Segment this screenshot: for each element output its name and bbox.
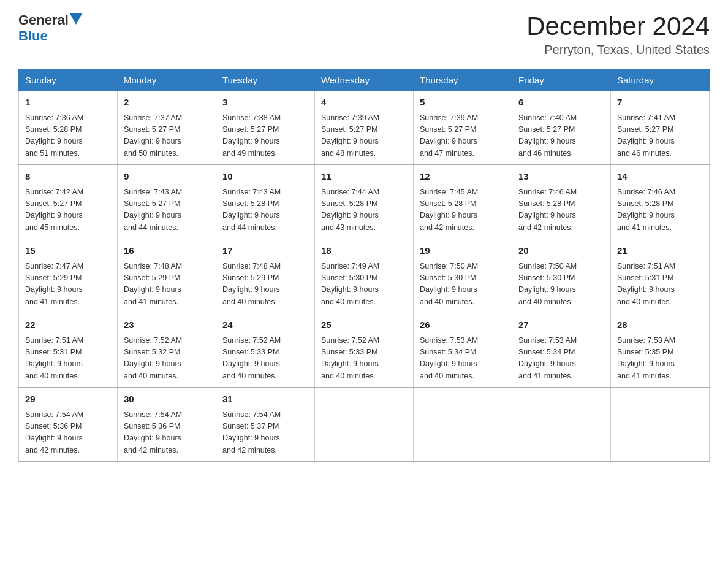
calendar-cell: 15Sunrise: 7:47 AMSunset: 5:29 PMDayligh… — [19, 239, 118, 313]
day-info: Sunrise: 7:40 AMSunset: 5:27 PMDaylight:… — [518, 112, 604, 160]
day-number: 1 — [25, 96, 111, 110]
day-number: 13 — [518, 170, 604, 184]
day-info: Sunrise: 7:53 AMSunset: 5:34 PMDaylight:… — [518, 335, 604, 383]
day-info: Sunrise: 7:54 AMSunset: 5:37 PMDaylight:… — [222, 409, 308, 457]
day-info: Sunrise: 7:39 AMSunset: 5:27 PMDaylight:… — [420, 112, 506, 160]
calendar-cell: 31Sunrise: 7:54 AMSunset: 5:37 PMDayligh… — [216, 388, 315, 462]
day-info: Sunrise: 7:43 AMSunset: 5:28 PMDaylight:… — [222, 186, 308, 234]
calendar-cell: 9Sunrise: 7:43 AMSunset: 5:27 PMDaylight… — [118, 165, 216, 239]
day-info: Sunrise: 7:50 AMSunset: 5:30 PMDaylight:… — [420, 261, 506, 308]
day-number: 8 — [25, 170, 111, 184]
calendar-cell: 13Sunrise: 7:46 AMSunset: 5:28 PMDayligh… — [512, 165, 611, 239]
calendar-cell: 18Sunrise: 7:49 AMSunset: 5:30 PMDayligh… — [315, 239, 414, 313]
day-info: Sunrise: 7:51 AMSunset: 5:31 PMDaylight:… — [617, 261, 703, 308]
weekday-header-tuesday: Tuesday — [216, 70, 315, 91]
day-info: Sunrise: 7:42 AMSunset: 5:27 PMDaylight:… — [25, 186, 111, 234]
day-number: 31 — [222, 393, 308, 407]
calendar-cell: 30Sunrise: 7:54 AMSunset: 5:36 PMDayligh… — [118, 388, 216, 462]
weekday-header-thursday: Thursday — [414, 70, 512, 91]
day-number: 22 — [25, 318, 111, 332]
day-number: 12 — [420, 170, 506, 184]
calendar-cell: 5Sunrise: 7:39 AMSunset: 5:27 PMDaylight… — [414, 91, 512, 165]
day-number: 7 — [617, 96, 703, 110]
day-info: Sunrise: 7:49 AMSunset: 5:30 PMDaylight:… — [321, 261, 407, 308]
day-number: 11 — [321, 170, 407, 184]
weekday-header-friday: Friday — [512, 70, 611, 91]
logo-blue: Blue — [18, 28, 48, 44]
month-year-title: December 2024 — [526, 12, 710, 40]
day-number: 18 — [321, 244, 407, 258]
weekday-header-row: SundayMondayTuesdayWednesdayThursdayFrid… — [19, 70, 710, 91]
day-number: 16 — [124, 244, 210, 258]
day-info: Sunrise: 7:47 AMSunset: 5:29 PMDaylight:… — [25, 261, 111, 308]
svg-marker-0 — [70, 13, 82, 25]
day-number: 28 — [617, 318, 703, 332]
day-info: Sunrise: 7:54 AMSunset: 5:36 PMDaylight:… — [25, 409, 111, 457]
calendar-week-row: 15Sunrise: 7:47 AMSunset: 5:29 PMDayligh… — [19, 239, 710, 313]
calendar-week-row: 22Sunrise: 7:51 AMSunset: 5:31 PMDayligh… — [19, 313, 710, 388]
calendar-cell — [315, 388, 414, 462]
calendar-cell: 6Sunrise: 7:40 AMSunset: 5:27 PMDaylight… — [512, 91, 611, 165]
location-subtitle: Perryton, Texas, United States — [526, 43, 710, 57]
calendar-cell: 16Sunrise: 7:48 AMSunset: 5:29 PMDayligh… — [118, 239, 216, 313]
page-header: General Blue December 2024 Perryton, Tex… — [18, 12, 710, 57]
day-number: 4 — [321, 96, 407, 110]
calendar-cell — [611, 388, 710, 462]
day-info: Sunrise: 7:48 AMSunset: 5:29 PMDaylight:… — [222, 261, 308, 308]
day-info: Sunrise: 7:45 AMSunset: 5:28 PMDaylight:… — [420, 186, 506, 234]
day-number: 6 — [518, 96, 604, 110]
weekday-header-saturday: Saturday — [611, 70, 710, 91]
calendar-cell: 11Sunrise: 7:44 AMSunset: 5:28 PMDayligh… — [315, 165, 414, 239]
day-number: 20 — [518, 244, 604, 258]
calendar-cell: 26Sunrise: 7:53 AMSunset: 5:34 PMDayligh… — [414, 313, 512, 388]
day-number: 17 — [222, 244, 308, 258]
day-info: Sunrise: 7:46 AMSunset: 5:28 PMDaylight:… — [518, 186, 604, 234]
day-info: Sunrise: 7:43 AMSunset: 5:27 PMDaylight:… — [124, 186, 210, 234]
day-number: 3 — [222, 96, 308, 110]
day-number: 29 — [25, 393, 111, 407]
calendar-cell: 21Sunrise: 7:51 AMSunset: 5:31 PMDayligh… — [611, 239, 710, 313]
day-info: Sunrise: 7:54 AMSunset: 5:36 PMDaylight:… — [124, 409, 210, 457]
day-info: Sunrise: 7:39 AMSunset: 5:27 PMDaylight:… — [321, 112, 407, 160]
day-number: 14 — [617, 170, 703, 184]
day-number: 2 — [124, 96, 210, 110]
logo-general: General — [18, 12, 69, 28]
logo-text: General Blue — [18, 12, 82, 44]
calendar-cell: 4Sunrise: 7:39 AMSunset: 5:27 PMDaylight… — [315, 91, 414, 165]
day-info: Sunrise: 7:36 AMSunset: 5:28 PMDaylight:… — [25, 112, 111, 160]
calendar-cell: 7Sunrise: 7:41 AMSunset: 5:27 PMDaylight… — [611, 91, 710, 165]
day-info: Sunrise: 7:53 AMSunset: 5:34 PMDaylight:… — [420, 335, 506, 383]
weekday-header-sunday: Sunday — [19, 70, 118, 91]
day-number: 30 — [124, 393, 210, 407]
calendar-cell: 25Sunrise: 7:52 AMSunset: 5:33 PMDayligh… — [315, 313, 414, 388]
calendar-cell: 17Sunrise: 7:48 AMSunset: 5:29 PMDayligh… — [216, 239, 315, 313]
day-number: 27 — [518, 318, 604, 332]
day-number: 5 — [420, 96, 506, 110]
day-number: 10 — [222, 170, 308, 184]
calendar-cell: 10Sunrise: 7:43 AMSunset: 5:28 PMDayligh… — [216, 165, 315, 239]
logo: General Blue — [18, 12, 82, 44]
day-info: Sunrise: 7:50 AMSunset: 5:30 PMDaylight:… — [518, 261, 604, 308]
calendar-cell: 20Sunrise: 7:50 AMSunset: 5:30 PMDayligh… — [512, 239, 611, 313]
day-number: 19 — [420, 244, 506, 258]
calendar-cell: 1Sunrise: 7:36 AMSunset: 5:28 PMDaylight… — [19, 91, 118, 165]
day-info: Sunrise: 7:38 AMSunset: 5:27 PMDaylight:… — [222, 112, 308, 160]
day-info: Sunrise: 7:53 AMSunset: 5:35 PMDaylight:… — [617, 335, 703, 383]
calendar-cell: 12Sunrise: 7:45 AMSunset: 5:28 PMDayligh… — [414, 165, 512, 239]
day-number: 23 — [124, 318, 210, 332]
day-info: Sunrise: 7:52 AMSunset: 5:33 PMDaylight:… — [321, 335, 407, 383]
calendar-cell: 29Sunrise: 7:54 AMSunset: 5:36 PMDayligh… — [19, 388, 118, 462]
calendar-cell: 23Sunrise: 7:52 AMSunset: 5:32 PMDayligh… — [118, 313, 216, 388]
calendar-cell: 3Sunrise: 7:38 AMSunset: 5:27 PMDaylight… — [216, 91, 315, 165]
calendar-week-row: 1Sunrise: 7:36 AMSunset: 5:28 PMDaylight… — [19, 91, 710, 165]
day-info: Sunrise: 7:52 AMSunset: 5:32 PMDaylight:… — [124, 335, 210, 383]
day-info: Sunrise: 7:44 AMSunset: 5:28 PMDaylight:… — [321, 186, 407, 234]
logo-triangle-icon — [70, 13, 82, 25]
calendar-cell: 24Sunrise: 7:52 AMSunset: 5:33 PMDayligh… — [216, 313, 315, 388]
calendar-cell: 19Sunrise: 7:50 AMSunset: 5:30 PMDayligh… — [414, 239, 512, 313]
day-info: Sunrise: 7:37 AMSunset: 5:27 PMDaylight:… — [124, 112, 210, 160]
day-number: 26 — [420, 318, 506, 332]
calendar-table: SundayMondayTuesdayWednesdayThursdayFrid… — [18, 69, 710, 462]
calendar-cell — [512, 388, 611, 462]
calendar-cell — [414, 388, 512, 462]
